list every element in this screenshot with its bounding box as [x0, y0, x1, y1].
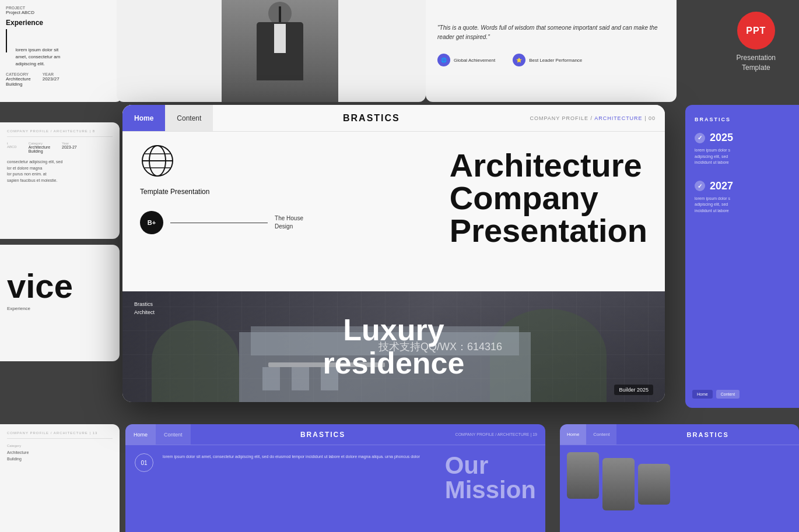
slide-bottom-nav: Home Content BRASTICS COMPANY PROFILE / … [125, 424, 545, 445]
nav-content-button[interactable]: Content [165, 105, 213, 131]
arch-title: Architecture Company Presentation [450, 149, 647, 247]
profile-year-val: 2023-27 [62, 145, 77, 149]
check-icon-2027: ✓ [695, 181, 705, 191]
nav-architecture: ARCHITECTURE [594, 115, 643, 121]
exp-text: lorem ipsum dolor sitamet, consectetur a… [15, 47, 60, 68]
partial-large-text: vice [7, 269, 113, 303]
profile-header-left: COMPANY PROFILE / ARCHITECTURE | 8 [7, 129, 113, 133]
main-top: Template Presentation B+ The HouseDesign… [122, 132, 665, 291]
experience-title: Experience [6, 19, 117, 27]
profile-cat-val2: ABCD [7, 145, 17, 149]
badge-line [170, 223, 268, 223]
profile-row: t ABCD Category ArchitectureBuilding Yea… [7, 142, 113, 153]
slide-right-timeline: BRASTICS ✓ 2025 lorem ipsum dolor sadipi… [685, 105, 799, 408]
main-content: Template Presentation B+ The HouseDesign… [122, 132, 665, 402]
sbr-content-area [560, 445, 799, 532]
sbr-home[interactable]: Home [560, 424, 586, 445]
bbn-content[interactable]: Content [156, 424, 191, 445]
achieve-item-2: ⭐ Best Leader Performance [513, 54, 582, 66]
builder-badge: Builder 2025 [614, 385, 653, 395]
achieve-item-1: 🌐 Global Achievement [437, 54, 495, 66]
sbr-nav: Home Content BRASTICS [560, 424, 799, 445]
timeline-year-2025: ✓ 2025 [695, 132, 790, 144]
image-architect-label: BrasticsArchitect [134, 301, 155, 316]
mission-text: lorem ipsum dolor sit amet, consectetur … [163, 453, 436, 460]
project-val: Project ABCD [6, 10, 34, 15]
face-3 [638, 464, 670, 505]
sbr-content[interactable]: Content [586, 424, 616, 445]
house-design-text: The HouseDesign [275, 214, 303, 231]
timeline-year-2027: ✓ 2027 [695, 180, 790, 192]
cat-label: Category [6, 72, 31, 76]
achievements-row: 🌐 Global Achievement ⭐ Best Leader Perfo… [437, 54, 665, 66]
slide-bottom-right: Home Content BRASTICS [560, 424, 799, 532]
main-image: BrasticsArchitect Luxury residence 技术支持Q… [122, 291, 665, 402]
person-image [222, 0, 338, 102]
slide-topright: "This is a quote. Words full of wisdom t… [426, 0, 677, 102]
ppt-circle: PPT [737, 12, 775, 50]
bbn-brand: BRASTICS [191, 431, 455, 439]
slide-main: Home Content BRASTICS COMPANY PROFILE / … [122, 105, 665, 402]
right-brand: BRASTICS [695, 117, 790, 122]
template-label: Template Presentation [140, 188, 303, 196]
mission-number: 01 [135, 453, 153, 472]
slide-topcenter [117, 0, 426, 102]
year-label: Year [43, 72, 59, 76]
slide-left-mid: COMPANY PROFILE / ARCHITECTURE | 8 t ABC… [0, 122, 120, 239]
year-val: 2023/27 [43, 76, 59, 82]
cat-val: ArchitectureBuilding [6, 76, 31, 87]
face-2 [602, 458, 635, 510]
nav-bottom-right: Home Content [692, 390, 740, 399]
globe-icon [140, 143, 175, 178]
arch-title-line2: Company [450, 179, 598, 216]
main-nav: Home Content BRASTICS COMPANY PROFILE / … [122, 105, 665, 132]
quote-text: "This is a quote. Words full of wisdom t… [437, 23, 665, 42]
project-label: Project [6, 6, 34, 10]
face-1 [567, 452, 599, 499]
sbr-faces [567, 452, 792, 510]
experience-label: Experience [7, 306, 113, 311]
sbr-brand: BRASTICS [616, 431, 799, 438]
slide-leftbottom: vice Experience [0, 245, 120, 361]
arch-title-line1: Architecture [450, 147, 642, 184]
main-left: Template Presentation B+ The HouseDesign [140, 143, 303, 280]
main-right: Architecture Company Presentation [303, 143, 647, 280]
profile-cat-val: ArchitectureBuilding [29, 145, 50, 153]
slb2-header: COMPANY PROFILE / ARCHITECTURE | 13 [7, 431, 113, 435]
profile-sep [7, 136, 113, 137]
arch-title-line3: Presentation [450, 212, 647, 249]
slide-topleft: Project Project ABCD Experience lorem ip… [0, 0, 122, 102]
slb2-text: CategoryArchitectureBuilding [7, 443, 113, 462]
mission-title: OurMission [445, 453, 536, 502]
ppt-badge: PPT PresentationTemplate [737, 12, 776, 73]
globe-achieve-icon: 🌐 [437, 54, 450, 66]
nav-mini-home[interactable]: Home [692, 390, 713, 399]
star-achieve-icon: ⭐ [513, 54, 525, 66]
ppt-label: PresentationTemplate [737, 53, 776, 73]
nav-right: COMPANY PROFILE / ARCHITECTURE | 00 [530, 115, 665, 121]
timeline-item-2025: ✓ 2025 lorem ipsum dolor sadipiscing eli… [695, 132, 790, 166]
lorem-text: consectetur adipiscing elit, sedlor et d… [7, 159, 113, 184]
slide-bottom-content: 01 lorem ipsum dolor sit amet, consectet… [125, 445, 545, 510]
nav-home-button[interactable]: Home [122, 105, 165, 131]
check-icon-2025: ✓ [695, 133, 705, 143]
slide-leftbottom2: COMPANY PROFILE / ARCHITECTURE | 13 Cate… [0, 424, 120, 532]
bbn-home[interactable]: Home [125, 424, 156, 445]
bplus-badge: B+ [140, 211, 163, 234]
achieve-label-2: Best Leader Performance [529, 58, 582, 63]
nav-brand: BRASTICS [213, 113, 530, 124]
bbn-right: COMPANY PROFILE / ARCHITECTURE | 19 [455, 432, 545, 436]
slb2-sep [7, 438, 113, 439]
watermark: 技术支持QQ/WX：614316 [379, 340, 502, 354]
achieve-label-1: Global Achievement [454, 58, 495, 63]
nav-mini-content[interactable]: Content [716, 390, 740, 399]
timeline-text-2027: lorem ipsum dolor sadipiscing elit, sedi… [695, 196, 790, 214]
timeline-text-2025: lorem ipsum dolor sadipiscing elit, sedi… [695, 147, 790, 166]
badge-row: B+ The HouseDesign [140, 211, 303, 234]
timeline-item-2027: ✓ 2027 lorem ipsum dolor sadipiscing eli… [695, 180, 790, 214]
slide-bottom-center: Home Content BRASTICS COMPANY PROFILE / … [125, 424, 545, 532]
